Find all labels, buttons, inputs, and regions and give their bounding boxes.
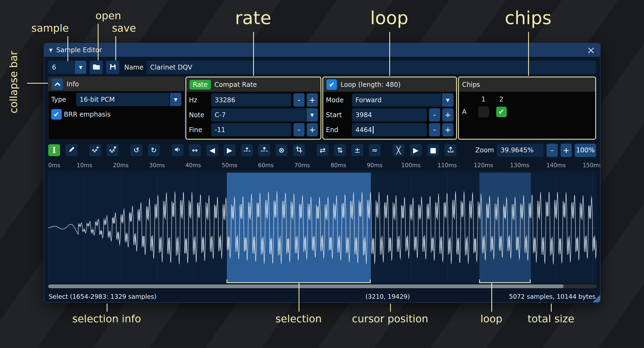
fade-in-button[interactable]: ◀ [206, 144, 218, 156]
loop-start-field[interactable]: 3984 [352, 108, 427, 122]
timeline-tick: 140ms [546, 162, 565, 169]
zoom-out-button[interactable]: - [547, 144, 558, 157]
redo-button[interactable]: ↻ [148, 144, 160, 156]
loop-end-field[interactable]: 4464 [352, 123, 427, 136]
note-value: C-7 [215, 111, 226, 119]
mode-dropdown[interactable]: Forward [352, 93, 442, 107]
crossfade-button[interactable]: ╳ [393, 144, 404, 156]
invert-button[interactable]: ⇅ [334, 144, 346, 156]
save-button[interactable] [106, 61, 119, 74]
scrollbar-handle[interactable] [48, 284, 564, 288]
timeline-tick: 130ms [510, 162, 529, 169]
close-icon[interactable]: × [587, 45, 595, 55]
hz-field[interactable]: 33286 [211, 93, 291, 107]
delete-button[interactable]: ⊗ [276, 144, 287, 156]
chip-a1-checkbox[interactable] [478, 107, 489, 117]
timeline-tick: 70ms [294, 162, 310, 169]
timeline-ruler[interactable]: 0ms 10ms 20ms 30ms 40ms 50ms 60ms 70ms 8… [44, 160, 600, 172]
floppy-disk-icon [109, 63, 117, 72]
timeline-tick: 150ms [583, 162, 600, 169]
hz-plus-button[interactable]: + [307, 93, 318, 107]
zoom-reset-button[interactable]: 100% [575, 144, 596, 157]
sign-flip-button[interactable]: ± [351, 144, 363, 156]
fade-out-button[interactable]: ▶ [224, 144, 236, 156]
open-button[interactable] [90, 61, 103, 74]
amplify-button[interactable] [172, 144, 184, 156]
annotation-line-total-size [551, 304, 552, 312]
stop-button[interactable]: ■ [427, 144, 439, 156]
annotation-save: save [112, 22, 136, 34]
rate-badge[interactable]: Rate [189, 80, 211, 90]
collapse-bar-button[interactable] [52, 78, 63, 90]
create-wavetable-button[interactable] [444, 144, 456, 156]
titlebar[interactable]: ▼ Sample Editor × [44, 43, 600, 57]
annotation-line-save [115, 36, 116, 60]
loop-end-plus-button[interactable]: + [442, 123, 453, 136]
loop-start-plus-button[interactable]: + [442, 108, 453, 122]
undo-button[interactable]: ↺ [130, 144, 142, 156]
fine-label: Fine [189, 126, 209, 134]
select-tool-button[interactable]: I [48, 144, 60, 156]
wave-resample-icon [109, 146, 116, 155]
loop-start-minus-button[interactable]: - [429, 108, 440, 122]
timeline-tick: 110ms [437, 162, 457, 169]
info-section: Info Type 16-bit PCM ▼ ✔ BRR emphasis [48, 77, 184, 140]
filter-button[interactable]: ≈ [369, 144, 381, 156]
check-icon: ✔ [498, 108, 504, 116]
speaker-icon [174, 146, 181, 155]
annotation-loop: loop [370, 8, 408, 28]
normalize-button[interactable]: ↔ [189, 144, 201, 156]
apply-silence-button[interactable] [258, 144, 270, 156]
folder-open-icon [92, 63, 100, 72]
loop-end-minus-button[interactable]: - [429, 123, 440, 136]
annotation-collapse-bar: collapse bar [8, 51, 19, 113]
window-title: Sample Editor [56, 46, 102, 54]
resample-button[interactable] [107, 144, 119, 156]
chips-title: Chips [462, 81, 480, 88]
info-title: Info [67, 80, 79, 88]
mode-label: Mode [326, 96, 350, 104]
hz-label: Hz [189, 96, 209, 104]
chevron-down-icon[interactable]: ▼ [442, 93, 453, 107]
wave-resize-icon [92, 146, 99, 155]
ibeam-icon: I [52, 146, 56, 155]
insert-silence-button[interactable] [241, 144, 253, 156]
window-resize-grip[interactable] [593, 295, 600, 302]
chip-a2-checkbox[interactable]: ✔ [496, 107, 507, 117]
loop-enable-checkbox[interactable]: ✔ [326, 79, 337, 90]
loop-header: ✔ Loop (length: 480) [323, 77, 456, 92]
timeline-tick: 40ms [185, 162, 201, 169]
horizontal-scrollbar[interactable] [48, 284, 597, 288]
reverse-button[interactable]: ⇄ [317, 144, 329, 156]
note-dropdown[interactable]: C-7 [211, 108, 306, 122]
annotation-selection-info: selection info [72, 313, 141, 325]
trim-button[interactable] [293, 144, 305, 156]
loop-end-label: End [326, 126, 350, 134]
resize-button[interactable] [89, 144, 101, 156]
chevron-down-icon[interactable]: ▼ [306, 108, 318, 122]
window-collapse-icon[interactable]: ▼ [49, 47, 53, 53]
rate-section: Rate Compat Rate Hz 33286 - + Note C-7 ▼… [185, 77, 321, 140]
hz-minus-button[interactable]: - [293, 93, 305, 107]
preview-button[interactable]: ▶ [410, 144, 422, 156]
annotation-loop-marker: loop [480, 313, 502, 325]
waveform-canvas [48, 173, 597, 283]
zoom-field[interactable]: 39.9645% [497, 144, 544, 157]
hz-row: Hz 33286 - + [189, 93, 318, 107]
waveform-display[interactable] [48, 173, 597, 283]
brr-emphasis-label: BRR emphasis [64, 111, 110, 118]
fine-plus-button[interactable]: + [307, 123, 318, 136]
fine-minus-button[interactable]: - [293, 123, 305, 136]
type-dropdown[interactable]: 16-bit PCM [76, 93, 169, 106]
brr-emphasis-row: ✔ BRR emphasis [51, 108, 181, 121]
chevron-down-icon[interactable]: ▼ [170, 93, 181, 106]
fine-field[interactable]: -11 [211, 123, 291, 136]
upload-icon [447, 146, 454, 155]
loop-end-row: End 4464 - + [326, 123, 453, 136]
sample-number-dropdown[interactable]: 6 ▼ [48, 61, 86, 74]
zoom-in-button[interactable]: + [561, 144, 572, 157]
brr-emphasis-checkbox[interactable]: ✔ [51, 109, 62, 120]
annotation-sample: sample [31, 22, 69, 34]
chevron-down-icon[interactable]: ▼ [75, 61, 86, 74]
draw-tool-button[interactable] [66, 144, 77, 156]
